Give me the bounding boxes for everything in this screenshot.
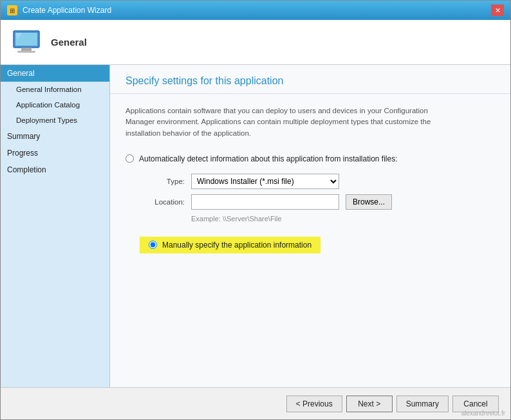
sidebar-item-application-catalog[interactable]: Application Catalog — [1, 97, 109, 113]
radio-auto-label: Automatically detect information about t… — [139, 154, 398, 163]
sidebar-item-progress[interactable]: Progress — [1, 145, 109, 161]
form-row-type: Type: Windows Installer (*.msi file) Scr… — [140, 174, 495, 189]
radio-auto-row: Automatically detect information about t… — [125, 154, 495, 163]
title-bar: ⊞ Create Application Wizard ✕ — [1, 1, 510, 20]
content-area: Specify settings for this application Ap… — [110, 65, 510, 387]
watermark: alexandreviot.fr — [461, 410, 505, 417]
header-icon — [11, 27, 42, 58]
title-bar-left: ⊞ Create Application Wizard — [7, 5, 111, 15]
main-body: General General Information Application … — [1, 65, 510, 387]
type-select[interactable]: Windows Installer (*.msi file) Script In… — [191, 174, 339, 189]
type-label: Type: — [140, 178, 185, 185]
header-label: General — [51, 37, 87, 48]
radio-auto-detect[interactable] — [125, 154, 134, 163]
window-title: Create Application Wizard — [23, 6, 111, 15]
radio-manual-highlighted: Manually specify the application informa… — [140, 237, 321, 253]
next-button[interactable]: Next > — [346, 396, 393, 412]
footer: < Previous Next > Summary Cancel alexand… — [1, 387, 510, 419]
info-text: Applications contain software that you c… — [125, 105, 447, 139]
example-text: Example: \\Server\Share\File — [191, 215, 495, 223]
window: ⊞ Create Application Wizard ✕ General Ge… — [0, 0, 511, 420]
close-button[interactable]: ✕ — [491, 5, 504, 16]
sidebar-item-general[interactable]: General — [1, 65, 109, 82]
previous-button[interactable]: < Previous — [286, 396, 342, 412]
summary-button[interactable]: Summary — [396, 396, 449, 412]
radio-manual-specify[interactable] — [149, 241, 157, 249]
svg-rect-3 — [17, 51, 35, 53]
content-header: Specify settings for this application — [110, 65, 510, 94]
sidebar-item-summary[interactable]: Summary — [1, 128, 109, 145]
content-title: Specify settings for this application — [125, 75, 495, 87]
location-label: Location: — [140, 198, 185, 206]
location-input[interactable] — [191, 194, 339, 210]
form-row-location: Location: Browse... — [140, 194, 495, 210]
sidebar-item-deployment-types[interactable]: Deployment Types — [1, 113, 109, 128]
sidebar: General General Information Application … — [1, 65, 110, 387]
browse-button[interactable]: Browse... — [346, 194, 392, 210]
sidebar-item-completion[interactable]: Completion — [1, 161, 109, 178]
svg-rect-2 — [21, 48, 32, 51]
header-panel: General — [1, 20, 510, 65]
content-body: Applications contain software that you c… — [110, 94, 510, 387]
auto-detect-form: Type: Windows Installer (*.msi file) Scr… — [140, 174, 495, 223]
sidebar-item-general-information[interactable]: General Information — [1, 82, 109, 97]
app-icon: ⊞ — [7, 5, 17, 15]
radio-manual-label: Manually specify the application informa… — [162, 241, 311, 250]
